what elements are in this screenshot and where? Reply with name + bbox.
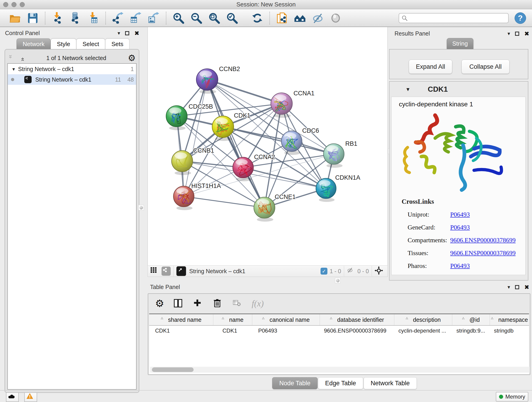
memory-button[interactable]: Memory (496, 392, 528, 402)
protein-collapse-icon[interactable]: ▾ (406, 86, 409, 93)
left-splitter-handle[interactable] (138, 205, 144, 211)
cell-description[interactable]: cyclin-dependent ... (394, 327, 452, 334)
column-header-description[interactable]: description (394, 314, 452, 325)
network-node-RB1[interactable]: RB1 (323, 140, 357, 168)
cloud-status-button[interactable] (6, 392, 19, 402)
crosslink-genecard-link[interactable]: P06493 (450, 224, 470, 231)
protein-section-header[interactable]: ▾ CDK1 (389, 82, 528, 97)
tab-network-table[interactable]: Network Table (364, 377, 417, 389)
control-panel-float-icon[interactable] (125, 31, 129, 35)
show-graphics-details-button[interactable] (293, 11, 307, 25)
help-button[interactable]: ? (515, 12, 526, 24)
detach-view-icon[interactable] (177, 266, 186, 276)
export-image-button[interactable] (147, 11, 161, 25)
tab-style[interactable]: Style (51, 38, 76, 50)
network-node-CDK1[interactable]: CDK1 (212, 112, 250, 141)
cell-name[interactable]: CDK1 (213, 327, 252, 334)
search-input[interactable] (399, 13, 509, 23)
node-label-CCNA2: CCNA2 (254, 153, 275, 160)
bottom-splitter-handle[interactable] (335, 278, 341, 283)
show-hidden-button[interactable] (329, 11, 343, 25)
network-node-CDKN1A[interactable]: CDKN1A (316, 174, 360, 202)
network-edge[interactable] (184, 196, 264, 208)
string-network-graph[interactable]: CCNB2CCNA1CDC25BCDK1CDC6RB1CCNB1CCNA2CDK… (148, 27, 388, 265)
network-canvas[interactable]: CCNB2CCNA1CDC25BCDK1CDC6RB1CCNB1CCNA2CDK… (147, 27, 388, 265)
network-options-gear-icon[interactable]: ⚙ (128, 54, 136, 62)
tab-sets[interactable]: Sets (105, 38, 129, 50)
collapse-all-icon[interactable] (8, 55, 15, 61)
import-table-button[interactable] (86, 11, 100, 25)
table-row[interactable]: CDK1 CDK1 P06493 9606.ENSP00000378699 cy… (149, 326, 529, 336)
column-header-namespace[interactable]: namespace (490, 314, 529, 325)
save-session-button[interactable] (26, 11, 40, 25)
selected-checkbox-icon[interactable]: ✓ (321, 268, 327, 274)
create-column-icon[interactable] (192, 298, 203, 309)
table-panel-menu-icon[interactable]: ▾ (507, 284, 510, 290)
network-node-count: 11 (115, 76, 121, 83)
cell-shared-name[interactable]: CDK1 (149, 327, 213, 334)
control-panel-close-icon[interactable]: ✖ (134, 30, 139, 36)
network-node-CDC6[interactable]: CDC6 (281, 127, 319, 155)
column-header-name[interactable]: name (213, 314, 252, 325)
column-header-database-identifier[interactable]: database identifier (320, 314, 394, 325)
network-edge[interactable] (207, 80, 282, 104)
network-node-HIST1H1A[interactable]: HIST1H1A (173, 182, 221, 210)
grid-view-icon[interactable] (150, 264, 160, 278)
cell-canonical-name[interactable]: P06493 (252, 327, 320, 334)
tab-edge-table[interactable]: Edge Table (318, 377, 363, 389)
clone-network-button[interactable] (275, 11, 289, 25)
import-network-database-button[interactable] (68, 11, 82, 25)
delete-column-icon[interactable] (212, 298, 223, 309)
node-label-CCNB2: CCNB2 (219, 65, 240, 72)
cell-namespace[interactable]: stringdb (490, 327, 529, 334)
export-table-button[interactable] (129, 11, 143, 25)
tab-node-table[interactable]: Node Table (272, 377, 317, 389)
tab-string-results[interactable]: String (447, 38, 473, 49)
tab-select[interactable]: Select (76, 38, 105, 50)
crosslink-uniprot-link[interactable]: P06493 (450, 211, 470, 218)
expand-all-button[interactable]: Expand All (409, 60, 452, 74)
results-panel-close-icon[interactable]: ✖ (524, 31, 529, 37)
collection-expand-icon[interactable]: ▾ (12, 66, 15, 72)
crosslink-tissues-link[interactable]: 9606.ENSP00000378699 (450, 249, 515, 257)
crosslink-compartments-link[interactable]: 9606.ENSP00000378699 (450, 236, 515, 244)
show-columns-icon[interactable] (173, 298, 184, 309)
column-header-shared-name[interactable]: shared name (149, 314, 213, 325)
import-network-file-button[interactable] (51, 11, 65, 25)
scrollbar-thumb[interactable] (152, 367, 194, 372)
table-options-gear-icon[interactable]: ⚙ (155, 298, 164, 308)
network-row-selected[interactable]: String Network – cdk1 11 48 (8, 74, 136, 85)
tab-network[interactable]: Network (17, 38, 51, 50)
zoom-in-button[interactable] (171, 11, 186, 25)
network-node-CCNA2[interactable]: CCNA2 (233, 153, 275, 181)
function-builder-icon-disabled: f(x) (252, 298, 264, 308)
results-panel-float-icon[interactable] (515, 32, 519, 36)
table-horizontal-scrollbar[interactable] (150, 367, 530, 373)
cell-database-identifier[interactable]: 9606.ENSP00000378699 (320, 327, 394, 334)
network-node-CCNA1[interactable]: CCNA1 (271, 90, 315, 118)
control-panel-menu-icon[interactable]: ▾ (118, 30, 120, 36)
crosslink-pharos-link[interactable]: P06493 (450, 262, 470, 269)
expand-all-icon[interactable] (18, 55, 25, 61)
network-view-string-icon[interactable] (162, 267, 171, 276)
zoom-fit-button[interactable] (207, 11, 221, 25)
warnings-button[interactable] (24, 392, 37, 402)
column-header-id[interactable]: @id (452, 314, 490, 325)
birds-eye-crosshair-icon[interactable] (375, 266, 384, 276)
cell-id[interactable]: stringdb:9... (452, 327, 490, 334)
export-network-button[interactable] (111, 11, 125, 25)
zoom-selected-button[interactable] (225, 11, 239, 25)
crosslink-row: Tissues: 9606.ENSP00000378699 (402, 249, 521, 257)
table-panel-float-icon[interactable] (515, 285, 519, 289)
hide-selected-button[interactable] (311, 11, 325, 25)
results-panel-menu-icon[interactable]: ▾ (507, 31, 510, 36)
column-header-canonical-name[interactable]: canonical name (252, 314, 320, 325)
apply-layout-button[interactable] (250, 11, 264, 25)
network-collection-row[interactable]: ▾ String Network – cdk1 1 (8, 64, 136, 74)
zoom-out-button[interactable] (189, 11, 203, 25)
table-panel-close-icon[interactable]: ✖ (524, 284, 529, 290)
toolbar-separator (269, 12, 270, 25)
network-edge[interactable] (184, 80, 207, 196)
collapse-all-button[interactable]: Collapse All (462, 60, 510, 74)
open-session-button[interactable] (8, 11, 22, 25)
